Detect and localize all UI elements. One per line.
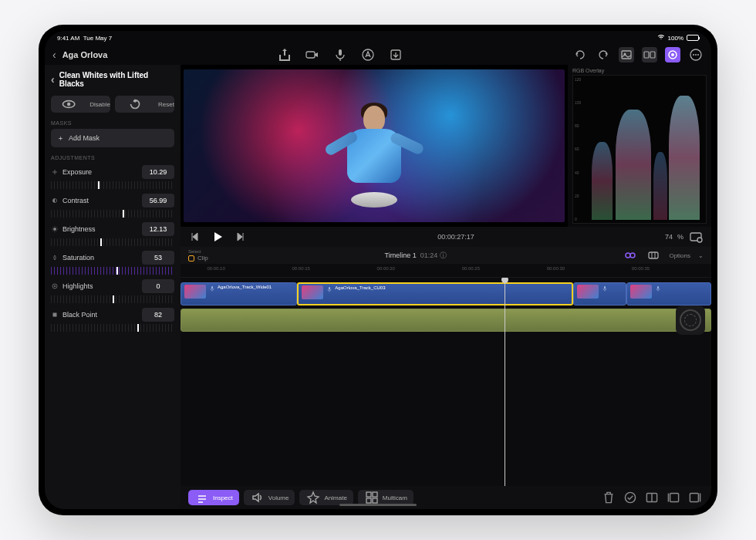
enable-icon[interactable] [622,489,639,506]
param-exposure: Exposure10.29 [51,165,174,192]
video-track[interactable]: AgaOrlova_Track_Wide01AgaOrlova_Track_CU… [181,281,711,307]
param-slider[interactable] [51,181,174,192]
svg-rect-29 [657,286,659,289]
tab-multicam[interactable]: Multicam [358,490,413,505]
audio-track[interactable] [181,309,711,332]
prev-frame-button[interactable] [188,229,204,245]
jog-wheel[interactable] [676,305,705,335]
rgb-overlay-scope[interactable]: 120100806040200 [572,75,707,224]
tab-inspect[interactable]: Inspect [188,490,239,505]
param-contrast: Contrast56.99 [51,194,174,221]
back-effect-icon: ‹ [51,73,55,86]
svg-rect-30 [366,492,371,497]
project-title: Aga Orlova [62,50,108,59]
redo-icon[interactable] [596,47,611,62]
param-value[interactable]: 82 [142,308,174,322]
timeline-ruler[interactable]: 00:00:1000:00:1500:00:2000:00:2500:00:30… [181,264,711,278]
library-icon[interactable] [642,47,657,62]
import-icon[interactable] [388,47,403,62]
param-label: Saturation [62,254,94,262]
svg-rect-37 [690,494,698,502]
param-saturation: Saturation53 [51,251,174,278]
scope-label: RGB Overlay [572,68,707,73]
split-icon[interactable] [643,489,660,506]
param-label: Brightness [62,225,96,233]
svg-point-17 [53,228,56,231]
param-value[interactable]: 53 [142,251,174,265]
param-value[interactable]: 0 [142,279,174,293]
param-slider[interactable] [51,295,174,306]
media-icon[interactable] [619,47,634,62]
playhead[interactable] [505,278,505,486]
text-icon[interactable] [360,47,376,62]
svg-point-24 [630,253,635,258]
video-clip[interactable]: AgaOrlova_Track_CU03 [297,282,573,305]
next-frame-button[interactable] [231,229,247,245]
disable-button[interactable]: Disable [51,96,110,113]
video-clip[interactable] [626,282,711,305]
zoom-value[interactable]: 74 [665,233,673,241]
timeline-header: Select Clip Timeline 1 01:24 ⓘ Options ⌄ [181,247,711,264]
video-clip[interactable] [573,282,626,305]
snap-icon[interactable] [646,248,661,263]
svg-rect-36 [670,494,679,502]
param-value[interactable]: 10.29 [142,165,174,179]
svg-rect-28 [604,286,606,289]
svg-rect-25 [649,252,658,258]
svg-rect-31 [373,492,377,497]
zoom-unit: % [677,233,683,241]
back-icon[interactable]: ‹ [52,49,56,61]
display-options-icon[interactable] [688,229,704,245]
play-button[interactable] [210,229,225,245]
param-label: Contrast [62,197,89,204]
effect-header[interactable]: ‹ Clean Whites with Lifted Blacks [51,69,174,93]
param-slider[interactable] [51,210,174,221]
svg-point-12 [695,54,697,56]
param-label: Black Point [62,311,97,319]
video-clip[interactable]: AgaOrlova_Track_Wide01 [181,282,297,305]
trash-icon[interactable] [600,489,617,506]
timeline-duration: 01:24 [420,251,438,259]
timeline[interactable]: AgaOrlova_Track_Wide01AgaOrlova_Track_CU… [181,278,711,486]
tab-volume[interactable]: Volume [244,490,295,505]
trim-start-icon[interactable] [665,489,682,506]
status-time: 9:41 AM [57,35,79,42]
plus-icon: ＋ [57,133,64,143]
clip-indicator-icon [188,255,194,262]
masks-label: MASKS [51,120,174,126]
tab-animate[interactable]: Animate [299,490,353,505]
bottom-toolbar: Inspect Volume Animate Multicam [181,486,711,509]
info-icon[interactable]: ⓘ [440,251,447,259]
param-value[interactable]: 12.13 [142,222,174,236]
home-indicator[interactable] [339,504,417,506]
wifi-icon [657,34,665,42]
preview-frame [184,69,565,222]
trim-end-icon[interactable] [687,489,704,506]
param-slider[interactable] [51,324,174,335]
param-slider[interactable] [51,238,174,249]
mic-icon[interactable] [332,47,348,62]
inspector-icon[interactable] [665,47,680,62]
viewer[interactable] [181,65,568,227]
share-icon[interactable] [277,47,292,62]
clip-label[interactable]: Clip [197,255,208,262]
link-icon[interactable] [623,248,638,263]
add-mask-button[interactable]: ＋Add Mask [51,129,174,147]
chevron-down-icon: ⌄ [698,252,704,259]
select-label: Select [188,249,208,254]
adjustments-label: ADJUSTMENTS [51,155,174,160]
svg-rect-33 [373,498,377,503]
svg-rect-27 [329,287,330,290]
svg-point-9 [671,53,674,56]
svg-rect-0 [306,52,315,58]
reset-button[interactable]: Reset [115,96,174,113]
timecode[interactable]: 00:00:27:17 [253,233,659,241]
scopes-panel: RGB Overlay 120100806040200 [568,65,711,227]
param-value[interactable]: 56.99 [142,194,174,208]
camera-icon[interactable] [305,47,320,62]
more-icon[interactable] [688,47,704,62]
undo-icon[interactable] [572,47,588,62]
param-black-point: Black Point82 [51,308,174,335]
param-slider[interactable] [51,267,174,278]
options-button[interactable]: Options [669,252,690,259]
